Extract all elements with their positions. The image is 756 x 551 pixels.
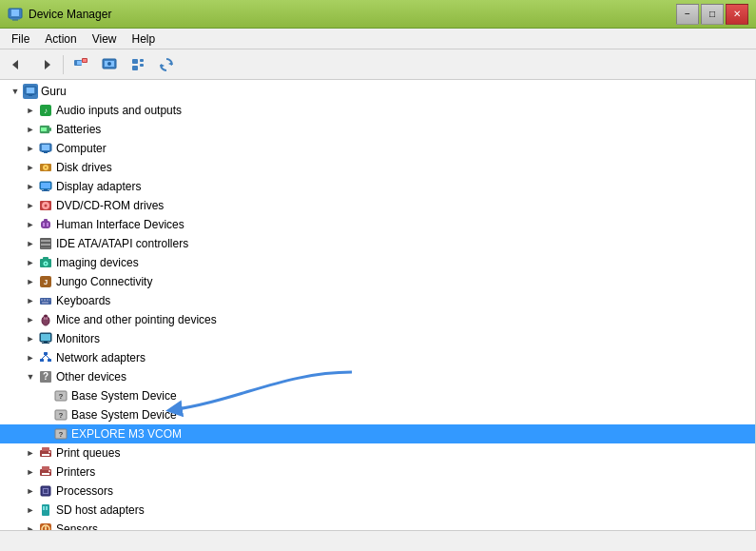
expand-disk[interactable]: ► — [23, 160, 38, 175]
svg-rect-51 — [43, 257, 48, 260]
base-system-2-label: Base System Device — [71, 408, 177, 422]
expand-print-queues[interactable]: ► — [23, 445, 38, 461]
tree-sd[interactable]: ► SD host adapters — [0, 501, 755, 520]
tree-base-system-1[interactable]: ? Base System Device — [0, 386, 755, 405]
dvd-icon — [38, 198, 53, 213]
svg-rect-2 — [10, 18, 20, 20]
svg-rect-9 — [83, 59, 87, 62]
network-label: Network adapters — [56, 351, 145, 364]
tree-display[interactable]: ► Display adapters — [0, 177, 755, 196]
svg-text:J: J — [44, 278, 48, 286]
svg-point-53 — [45, 263, 47, 265]
tree-network[interactable]: ► Network adapters — [0, 348, 755, 367]
up-button[interactable] — [68, 52, 94, 77]
tree-disk[interactable]: ► Disk drives — [0, 158, 755, 177]
tree-sensors[interactable]: ► Sensors — [0, 520, 755, 530]
menu-action[interactable]: Action — [37, 29, 84, 49]
forward-button[interactable] — [32, 52, 59, 77]
expand-network[interactable]: ► — [23, 350, 38, 365]
svg-rect-20 — [27, 88, 34, 93]
tree-other[interactable]: ▼ ? Other devices — [0, 367, 755, 386]
expand-imaging[interactable]: ► — [23, 255, 38, 270]
sensors-label: Sensors — [56, 522, 98, 530]
batteries-label: Batteries — [56, 123, 101, 136]
svg-point-66 — [44, 315, 48, 318]
show-hide-button[interactable] — [96, 52, 123, 77]
device-tree[interactable]: ▼ Guru ► ♪ Audio inputs and outputs ► Ba… — [0, 80, 756, 530]
ide-icon — [38, 236, 53, 251]
menu-file[interactable]: File — [4, 29, 37, 49]
expand-other[interactable]: ▼ — [23, 369, 38, 384]
expand-jungo[interactable]: ► — [23, 274, 38, 289]
svg-text:?: ? — [43, 371, 48, 382]
tree-ide[interactable]: ► IDE ATA/ATAPI controllers — [0, 234, 755, 253]
tree-base-system-2[interactable]: ? Base System Device — [0, 405, 755, 424]
computer-icon — [38, 141, 53, 156]
expand-mice[interactable]: ► — [23, 312, 38, 327]
maximize-button[interactable]: □ — [701, 4, 724, 25]
expand-sensors[interactable]: ► — [23, 521, 38, 530]
tree-processors[interactable]: ► Processors — [0, 482, 755, 501]
svg-rect-3 — [12, 19, 18, 20]
refresh-button[interactable] — [153, 52, 180, 77]
expand-keyboards[interactable]: ► — [23, 293, 38, 308]
tree-hid[interactable]: ► Human Interface Devices — [0, 215, 755, 234]
svg-rect-87 — [42, 454, 49, 456]
expand-computer[interactable]: ► — [23, 141, 38, 156]
tree-keyboards[interactable]: ► Keyboards — [0, 291, 755, 310]
print-queues-label: Print queues — [56, 446, 120, 460]
svg-rect-92 — [48, 470, 50, 472]
svg-point-102 — [45, 528, 47, 530]
tree-print-queues[interactable]: ► Print queues — [0, 443, 755, 462]
monitors-label: Monitors — [56, 332, 100, 345]
imaging-label: Imaging devices — [56, 256, 139, 269]
expand-ide[interactable]: ► — [23, 236, 38, 251]
back-button[interactable] — [4, 52, 30, 77]
tree-printers[interactable]: ► Printers — [0, 462, 755, 482]
expand-guru[interactable]: ▼ — [8, 84, 23, 99]
tree-jungo[interactable]: ► J Jungo Connectivity — [0, 272, 755, 291]
svg-rect-7 — [77, 61, 82, 65]
expand-dvd[interactable]: ► — [23, 198, 38, 213]
menu-help[interactable]: Help — [125, 29, 164, 49]
tree-imaging[interactable]: ► Imaging devices — [0, 253, 755, 272]
collapse-button[interactable] — [125, 52, 151, 77]
monitors-icon — [38, 331, 53, 346]
svg-line-74 — [42, 355, 46, 359]
minimize-button[interactable]: − — [676, 4, 699, 25]
svg-rect-16 — [140, 64, 144, 67]
tree-audio[interactable]: ► ♪ Audio inputs and outputs — [0, 101, 755, 120]
tree-root-guru[interactable]: ▼ Guru — [0, 82, 755, 101]
svg-rect-91 — [42, 473, 49, 475]
mice-icon — [38, 312, 53, 327]
svg-rect-37 — [44, 189, 48, 190]
tree-dvd[interactable]: ► DVD/CD-ROM drives — [0, 196, 755, 215]
svg-rect-58 — [44, 299, 46, 301]
svg-text:?: ? — [59, 392, 64, 401]
menu-view[interactable]: View — [85, 29, 125, 49]
expand-hid[interactable]: ► — [23, 217, 38, 232]
disk-icon — [38, 160, 53, 175]
svg-rect-29 — [42, 145, 49, 150]
tree-batteries[interactable]: ► Batteries — [0, 120, 755, 139]
close-button[interactable]: ✕ — [726, 4, 748, 25]
svg-rect-48 — [41, 244, 50, 246]
svg-rect-97 — [43, 506, 45, 510]
expand-audio[interactable]: ► — [23, 103, 38, 118]
explore-m3-label: EXPLORE M3 VCOM — [71, 427, 182, 441]
expand-monitors[interactable]: ► — [23, 331, 38, 346]
expand-batteries[interactable]: ► — [23, 122, 38, 137]
svg-rect-44 — [43, 223, 45, 226]
expand-processors[interactable]: ► — [23, 483, 38, 499]
tree-monitors[interactable]: ► Monitors — [0, 329, 755, 348]
tree-computer[interactable]: ► Computer — [0, 139, 755, 158]
printers-label: Printers — [56, 465, 95, 479]
svg-text:♪: ♪ — [44, 107, 48, 115]
tree-mice[interactable]: ► Mice and other pointing devices — [0, 310, 755, 329]
expand-sd[interactable]: ► — [23, 502, 38, 518]
expand-printers[interactable]: ► — [23, 464, 38, 480]
svg-rect-70 — [42, 343, 49, 344]
expand-display[interactable]: ► — [23, 179, 38, 194]
tree-explore-m3[interactable]: ? EXPLORE M3 VCOM — [0, 424, 755, 443]
hid-icon — [38, 217, 53, 232]
